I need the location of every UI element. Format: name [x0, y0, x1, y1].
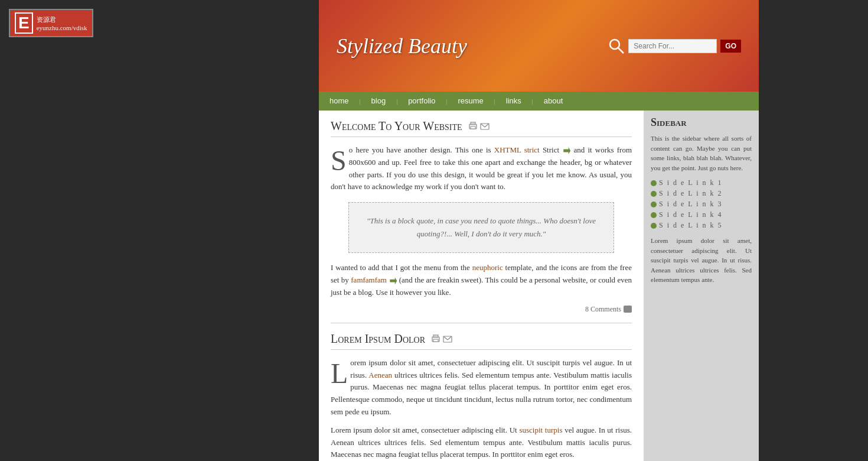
sidebar-link-item-4: S i d e L i n k 4 [651, 210, 752, 219]
svg-line-1 [618, 48, 624, 53]
svg-point-0 [610, 40, 619, 49]
svg-rect-9 [433, 339, 438, 342]
post-2-title-text: Lorem Ipsum Dolor [331, 332, 425, 346]
sidebar-link-item-1: S i d e L i n k 1 [651, 178, 752, 187]
logo-area: E 资源君 eyunzhu.com/vdisk [9, 9, 127, 37]
page-wrapper: Stylized Beauty GO home | blog | portfol… [106, 0, 762, 461]
sidebar-link-1[interactable]: S i d e L i n k 1 [659, 178, 723, 187]
svg-rect-3 [471, 122, 475, 125]
sidebar-title: Sidebar [651, 116, 752, 129]
nav-resume[interactable]: resume [447, 92, 494, 111]
bullet-5 [651, 223, 657, 229]
suscipit-link[interactable]: suscipit turpis [519, 426, 562, 434]
nav-blog[interactable]: blog [361, 92, 397, 111]
sidebar-link-item-5: S i d e L i n k 5 [651, 221, 752, 230]
post-1-body-outro: I wanted to add that I got the menu from… [331, 262, 632, 298]
post-1-body: S o here you have another design. This o… [331, 144, 632, 193]
content-wrapper: Welcome To Your Website [319, 111, 759, 461]
site-title: Stylized Beauty [337, 34, 467, 59]
post-1: Welcome To Your Website [331, 119, 632, 314]
print-icon-1[interactable] [468, 119, 478, 133]
nav-about[interactable]: about [533, 92, 574, 111]
arrow-after-famfam [390, 277, 397, 284]
svg-rect-4 [471, 126, 475, 129]
comment-icon-1 [624, 306, 632, 313]
post-2: Lorem Ipsum Dolor [331, 332, 632, 461]
search-icon [608, 38, 625, 54]
post-1-title-icons [468, 119, 490, 133]
sidebar-link-2[interactable]: S i d e L i n k 2 [659, 189, 723, 198]
main-content: Welcome To Your Website [319, 111, 644, 461]
email-icon-1[interactable] [480, 119, 490, 133]
site-header: Stylized Beauty GO [319, 0, 759, 92]
post-separator [331, 323, 632, 323]
famfamfam-link[interactable]: famfamfam [351, 275, 387, 284]
sidebar-link-item-2: S i d e L i n k 2 [651, 189, 752, 198]
svg-rect-6 [624, 306, 631, 311]
sidebar-link-5[interactable]: S i d e L i n k 5 [659, 221, 723, 230]
bullet-1 [651, 180, 657, 186]
search-input[interactable] [628, 39, 717, 53]
logo-letter: E [15, 12, 33, 34]
post-1-outro-text-1: I wanted to add that I got the menu from… [331, 263, 472, 272]
sidebar-link-4[interactable]: S i d e L i n k 4 [659, 210, 723, 219]
post-2-title: Lorem Ipsum Dolor [331, 332, 632, 350]
post-2-text-3: Lorem ipsum dolor sit amet, consectetuer… [331, 426, 519, 434]
email-icon-2[interactable] [443, 332, 452, 346]
sidebar-link-3[interactable]: S i d e L i n k 3 [659, 200, 723, 209]
nav-portfolio[interactable]: portfolio [397, 92, 446, 111]
logo-box: E 资源君 eyunzhu.com/vdisk [9, 9, 93, 37]
search-go-button[interactable]: GO [720, 40, 741, 53]
nav-home[interactable]: home [319, 92, 360, 111]
nav-links[interactable]: links [495, 92, 532, 111]
drop-cap-1: S [331, 147, 347, 175]
aenean-link[interactable]: Aenean [368, 371, 392, 379]
logo-text: 资源君 eyunzhu.com/vdisk [37, 15, 87, 31]
comments-line-1: 8 Comments [331, 305, 632, 314]
xhtml-link[interactable]: XHTML strict [494, 145, 540, 154]
main-nav: home | blog | portfolio | resume | links… [319, 92, 759, 111]
bullet-2 [651, 191, 657, 197]
strict-text: Strict [543, 145, 559, 154]
arrow-after-strict [563, 147, 570, 154]
drop-cap-2: L [331, 359, 348, 388]
sidebar-lorem: Lorem ipsum dolor sit amet, consectetuer… [651, 236, 752, 285]
neuphoric-link[interactable]: neuphoric [472, 263, 503, 272]
search-area: GO [608, 38, 741, 54]
logo-url: eyunzhu.com/vdisk [37, 24, 87, 31]
comments-count-1[interactable]: 8 Comments [585, 305, 621, 314]
post-1-intro-text: o here you have another design. This one… [349, 145, 494, 154]
sidebar-links-list: S i d e L i n k 1 S i d e L i n k 2 S i … [651, 178, 752, 230]
sidebar: Sidebar This is the sidebar where all so… [644, 111, 759, 461]
bullet-4 [651, 212, 657, 218]
post-2-body: L orem ipsum dolor sit amet, consectetue… [331, 357, 632, 418]
sidebar-description: This is the sidebar where all sorts of c… [651, 134, 752, 173]
post-1-title-text: Welcome To Your Website [331, 119, 462, 133]
print-icon-2[interactable] [431, 332, 440, 346]
post-2-title-icons [431, 332, 452, 346]
sidebar-link-item-3: S i d e L i n k 3 [651, 200, 752, 209]
blockquote-1: "This is a block quote, in case you need… [348, 202, 614, 253]
svg-rect-8 [433, 335, 438, 337]
post-1-title: Welcome To Your Website [331, 119, 632, 137]
bullet-3 [651, 202, 657, 207]
post-2-body-2: Lorem ipsum dolor sit amet, consectetuer… [331, 424, 632, 461]
logo-site-name: 资源君 [37, 15, 87, 24]
